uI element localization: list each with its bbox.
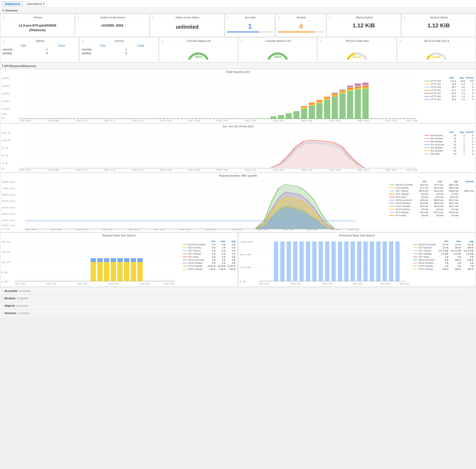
versions-bytes-panel: ℹ Versions (bytes) 1.12 KiB (401, 14, 476, 37)
svg-text:00:30: 00:30 (330, 228, 341, 231)
svg-rect-200 (382, 242, 387, 281)
svg-text:146 KiB: 146 KiB (240, 241, 253, 243)
svg-rect-166 (124, 258, 129, 262)
svg-rect-168 (137, 258, 143, 262)
svg-text:00:30: 00:30 (357, 119, 369, 122)
response-body-chart-area: 146 KiB 98 KiB 49 KiB 0 B (239, 238, 476, 287)
api-error-4xx-gauge-panel: ℹ API Error Rate (4xx) 24.3% (318, 37, 396, 62)
svg-rect-20 (278, 115, 284, 119)
svg-rect-167 (131, 258, 136, 262)
svg-rect-45 (332, 93, 338, 95)
versions-bytes-header: ℹ Versions (bytes) (403, 15, 474, 20)
node-license-panel: ℹ Node License Status unlimited (150, 14, 224, 37)
versions-table-header: ℹ Versions (81, 39, 157, 44)
svg-text:700 ms: 700 ms (2, 187, 16, 190)
buckets-section-row[interactable]: › Buckets (2 panels) ⋮⋮ (0, 294, 476, 302)
svg-rect-165 (117, 258, 123, 262)
svg-rect-162 (97, 258, 103, 262)
svg-text:12.9%: 12.9% (432, 55, 441, 59)
objects-drag-handle[interactable]: ⋮⋮ (467, 304, 474, 308)
prometheus-selector[interactable]: prometheus ▾ (25, 1, 47, 6)
svg-text:200: 200 (2, 92, 9, 95)
errors-legend: maxavgcurrent 404 buckets 10 1 0 401 buc… (423, 130, 474, 171)
svg-text:00:20: 00:20 (217, 119, 228, 122)
legend-get-settings-resp: GET settings 2.0 KiB 2.0 KiB 2.0 KiB (413, 252, 473, 255)
objects-bytes-value: 1.12 KiB (329, 22, 399, 29)
svg-rect-153 (90, 262, 96, 281)
accounts-section-row[interactable]: › Accounts (2 panels) ⋮⋮ (0, 287, 476, 294)
api-requests-section-header[interactable]: ℹ API Requests/Reponses (0, 63, 476, 69)
versions-drag-handle[interactable]: ⋮⋮ (467, 311, 474, 315)
request-body-panel: Request Body Size (bytes) 20 B 15 B 10 B… (0, 233, 238, 287)
svg-text:100 ms: 100 ms (2, 224, 16, 227)
legend-post-policies-rb: POST policies 7.96 B 7.96 B 7.96 B (183, 268, 235, 271)
concrete-objects-gauge-header: ℹ Concrete Objects (%) (160, 39, 236, 44)
objects-bytes-title: Objects (bytes) (330, 16, 398, 19)
versions-section-row[interactable]: › Versions (4 panels) ⋮⋮ (0, 309, 476, 317)
svg-rect-190 (319, 242, 323, 281)
duration-chart-area: 800 ms 700 ms 600 ms 500 ms 400 ms 300 m… (1, 178, 475, 232)
accounts-drag-handle[interactable]: ⋮⋮ (467, 289, 474, 293)
legend-http500: HTTP 500 10.3 1.4 0 (424, 98, 473, 101)
svg-text:0 B: 0 B (240, 280, 246, 283)
svg-rect-34 (316, 102, 323, 103)
svg-rect-55 (347, 86, 353, 87)
datasource-tab[interactable]: Datasource (2, 1, 23, 6)
api-4xx-gauge-header: ℹ API Error Rate (4xx) (319, 39, 395, 44)
svg-text:20 B: 20 B (2, 241, 10, 243)
svg-marker-128 (25, 221, 358, 223)
errors-panel: 3xx, 4xx, 5xx Errors [2m] 12.5 10.0 7.5 … (0, 123, 476, 173)
versions-table: Type Count concrete1 pending0 (81, 44, 157, 55)
version-panel: ℹ Version v1.0-pre-975-g4e5ff4939(Platin… (0, 14, 75, 37)
svg-rect-26 (324, 100, 330, 119)
svg-text:00:12: 00:12 (103, 228, 113, 231)
buckets-drag-handle[interactable]: ⋮⋮ (467, 296, 474, 300)
svg-rect-202 (395, 242, 400, 281)
legend-put-tasks-dur: PUT tasks 9.9 ms 9.9 ms 9.9 ms (389, 214, 473, 217)
overview-section-header[interactable]: ∨ Overview (0, 8, 476, 13)
svg-text:300 ms: 300 ms (2, 213, 16, 215)
svg-marker-88 (270, 140, 365, 168)
svg-rect-33 (309, 105, 315, 106)
legend-get-tasks-resp: GET tasks 2 B 2 B 2 B (413, 255, 473, 258)
svg-rect-155 (104, 262, 109, 281)
legend-405tasks: 405 tasks 10 1 0 (424, 152, 473, 155)
legend-get-metrics-dur: GET metrics 221.5 ms 241.6 ms 233.8 ms 2… (389, 189, 473, 192)
table-row: concrete1 (2, 48, 78, 51)
svg-text:250: 250 (2, 85, 9, 87)
svg-text:00:32: 00:32 (386, 169, 397, 171)
response-body-svg-el: 146 KiB 98 KiB 49 KiB 0 B (240, 239, 410, 285)
legend-http202: HTTP 202 10.3 1.3 0 (424, 83, 473, 86)
svg-rect-158 (124, 262, 129, 281)
table-row: concrete1 (81, 48, 157, 51)
objects-section-row[interactable]: › Objects (4 panels) ⋮⋮ (0, 302, 476, 309)
svg-text:00:18: 00:18 (188, 119, 200, 122)
svg-text:5.0: 5.0 (2, 154, 8, 157)
errors-svg: 12.5 10.0 7.5 5.0 2.5 0 (2, 130, 421, 171)
svg-text:00:20: 00:20 (323, 282, 333, 285)
legend-http200: HTTP 200 171.4 19.8 8.0 (424, 79, 473, 83)
svg-text:49 KiB: 49 KiB (240, 266, 251, 269)
buckets-value: 4 (278, 22, 324, 30)
legend-get-buckets-dur: GET buckets 24.7 ms 457.5 ms 256.9 ms (389, 186, 473, 189)
svg-rect-38 (347, 90, 353, 91)
accounts-panel-count: (2 panels) (19, 290, 30, 292)
concrete-versions-title: Concrete Versions (%) (242, 40, 314, 42)
svg-text:00:10: 00:10 (15, 282, 25, 285)
legend-401policies: 401 policies 10 1 0 (424, 146, 473, 149)
legend-http405: HTTP 405 10.3 1.3 0 (424, 95, 473, 98)
svg-text:10 B: 10 B (2, 261, 10, 264)
duration-legend: min max avg current DELETE buckets 24.9 … (388, 179, 474, 231)
svg-rect-42 (309, 102, 315, 105)
svg-rect-52 (347, 87, 353, 88)
svg-rect-32 (301, 108, 307, 109)
svg-text:00:26: 00:26 (301, 119, 312, 122)
svg-text:100%: 100% (274, 55, 282, 59)
legend-get-tasks-dur: GET tasks 9.9 ms 73.8 ms 46.5 ms (389, 196, 473, 199)
svg-text:00:28: 00:28 (329, 169, 341, 171)
svg-rect-164 (111, 258, 116, 262)
svg-text:00:30: 00:30 (357, 169, 369, 171)
cluster-config-title: Cluster Config Version (79, 16, 147, 19)
svg-text:00:06: 00:06 (25, 228, 36, 231)
objects-bytes-header: ℹ Objects (bytes) (328, 15, 400, 20)
